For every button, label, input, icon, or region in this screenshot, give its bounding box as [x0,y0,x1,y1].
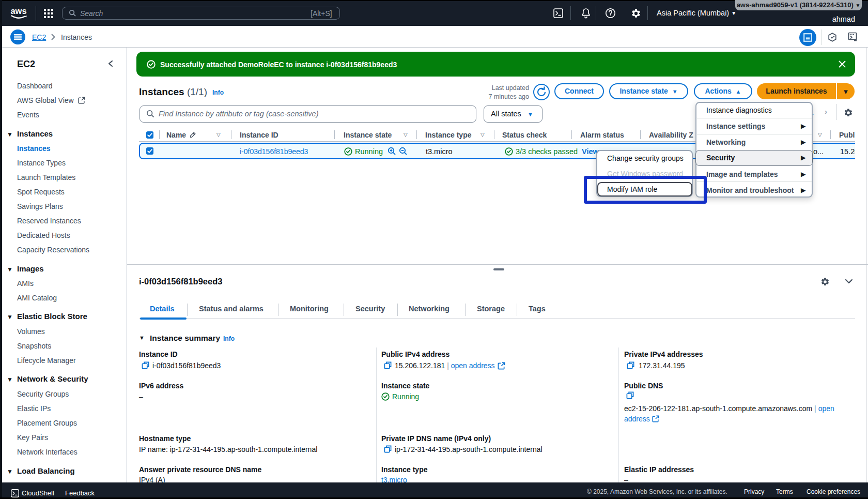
svg-text:aws: aws [10,6,26,16]
